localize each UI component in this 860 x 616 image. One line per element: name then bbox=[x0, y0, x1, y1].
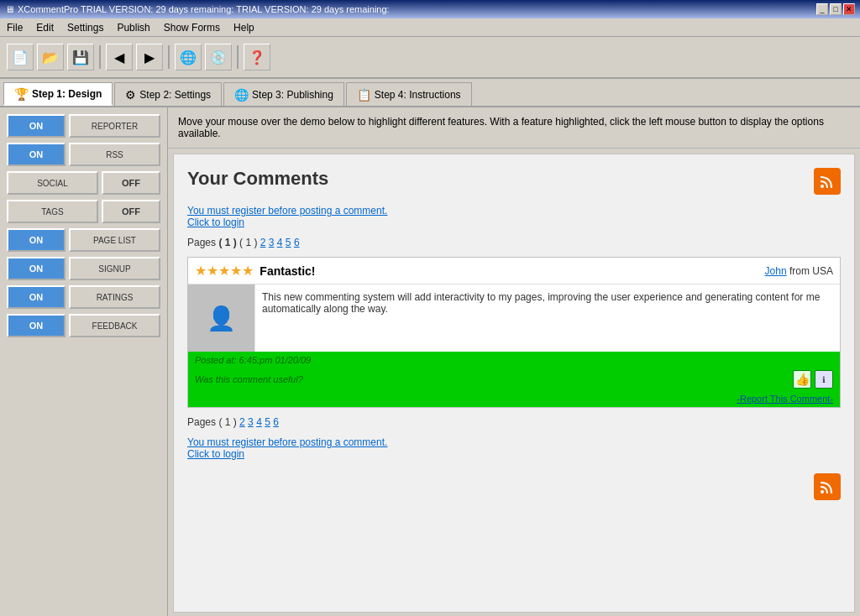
register-link-top[interactable]: You must register before posting a comme… bbox=[187, 205, 841, 217]
sidebar-row-tags: TAGS OFF bbox=[7, 200, 160, 223]
forward-button[interactable]: ▶ bbox=[136, 44, 163, 70]
menu-bar: File Edit Settings Publish Show Forms He… bbox=[0, 18, 860, 37]
thumb-buttons: 👍 ℹ bbox=[793, 370, 833, 389]
sidebar-row-feedback: ON FEEDBACK bbox=[7, 314, 160, 337]
sidebar-row-rss: ON RSS bbox=[7, 143, 160, 166]
page-5-bottom[interactable]: 5 bbox=[265, 416, 270, 428]
page-4-bottom[interactable]: 4 bbox=[256, 416, 262, 428]
comment-block: ★★★★★ Fantastic! John from USA 👤 This ne… bbox=[187, 257, 841, 408]
report-link[interactable]: -Report This Comment- bbox=[188, 392, 840, 407]
tab-design[interactable]: 🏆 Step 1: Design bbox=[3, 82, 113, 106]
refresh-button[interactable]: 🌐 bbox=[175, 44, 202, 70]
tab-instructions[interactable]: 📋 Step 4: Instructions bbox=[346, 82, 472, 106]
pages-label-top: Pages bbox=[187, 237, 216, 248]
page-3-bottom[interactable]: 3 bbox=[248, 416, 254, 428]
info-button[interactable]: ℹ bbox=[815, 370, 833, 389]
pages-top: Pages ( 1 ) ( 1 ) 2 3 4 5 6 bbox=[187, 237, 841, 248]
comments-title: Your Comments bbox=[187, 168, 841, 190]
label-pagelist[interactable]: PAGE LIST bbox=[69, 228, 160, 252]
menu-edit[interactable]: Edit bbox=[33, 21, 57, 34]
minimize-button[interactable]: _ bbox=[816, 3, 828, 15]
toolbar-separator-2 bbox=[168, 45, 170, 69]
demo-panel[interactable]: Your Comments You must register before p… bbox=[173, 154, 855, 613]
page-6-top[interactable]: 6 bbox=[294, 237, 300, 248]
label-feedback[interactable]: FEEDBACK bbox=[69, 314, 160, 337]
demo-wrapper: Your Comments You must register before p… bbox=[168, 149, 860, 616]
comment-rating-title: ★★★★★ Fantastic! bbox=[195, 263, 315, 279]
label-social[interactable]: SOCIAL bbox=[7, 171, 98, 195]
toolbar-separator-1 bbox=[99, 45, 101, 69]
label-ratings[interactable]: RATINGS bbox=[69, 285, 160, 309]
tabs-bar: 🏆 Step 1: Design ⚙ Step 2: Settings 🌐 St… bbox=[0, 79, 860, 107]
title-bar-controls[interactable]: _ □ ✕ bbox=[816, 3, 855, 15]
toggle-rss[interactable]: ON bbox=[7, 143, 66, 166]
label-tags[interactable]: TAGS bbox=[7, 200, 98, 223]
open-button[interactable]: 📂 bbox=[37, 44, 64, 70]
page-2-top[interactable]: 2 bbox=[260, 237, 266, 248]
avatar-icon: 👤 bbox=[207, 305, 236, 332]
main-area: ON REPORTER ON RSS SOCIAL OFF TAGS OFF O… bbox=[0, 107, 860, 616]
instruction-text: Move your mouse over the demo below to h… bbox=[178, 116, 824, 139]
toggle-social[interactable]: OFF bbox=[102, 171, 160, 195]
menu-show-forms[interactable]: Show Forms bbox=[160, 21, 223, 34]
thumbs-up-button[interactable]: 👍 bbox=[793, 370, 811, 389]
stars: ★★★★★ bbox=[195, 264, 254, 278]
menu-settings[interactable]: Settings bbox=[64, 21, 107, 34]
sidebar-row-reporter: ON REPORTER bbox=[7, 114, 160, 138]
tab-settings[interactable]: ⚙ Step 2: Settings bbox=[114, 82, 222, 106]
label-rss[interactable]: RSS bbox=[69, 143, 160, 166]
tab-instructions-icon: 📋 bbox=[357, 88, 371, 102]
help-button[interactable]: ❓ bbox=[244, 44, 270, 70]
register-link-bottom[interactable]: You must register before posting a comme… bbox=[187, 436, 841, 448]
maximize-button[interactable]: □ bbox=[830, 3, 842, 15]
pages-current-bottom: ( 1 ) bbox=[218, 416, 236, 428]
useful-text: Was this comment useful? bbox=[195, 374, 303, 384]
tab-publishing-icon: 🌐 bbox=[234, 88, 249, 102]
toggle-reporter[interactable]: ON bbox=[7, 114, 66, 138]
page-2-bottom[interactable]: 2 bbox=[239, 416, 245, 428]
new-button[interactable]: 📄 bbox=[7, 44, 34, 70]
menu-help[interactable]: Help bbox=[230, 21, 258, 34]
svg-point-0 bbox=[821, 185, 824, 188]
back-button[interactable]: ◀ bbox=[106, 44, 133, 70]
rss-icon-bottom[interactable] bbox=[814, 473, 841, 500]
comment-author[interactable]: John bbox=[765, 265, 787, 277]
click-login-top[interactable]: Click to login bbox=[187, 217, 841, 228]
comment-useful-row: Was this comment useful? 👍 ℹ bbox=[188, 368, 840, 392]
comment-posted-at: Posted at: 6:45:pm 01/20/09 bbox=[188, 352, 840, 368]
click-login-bottom[interactable]: Click to login bbox=[187, 448, 841, 460]
menu-publish[interactable]: Publish bbox=[113, 21, 153, 34]
pages-current-num-top: ( 1 ) bbox=[239, 237, 257, 248]
toggle-feedback[interactable]: ON bbox=[7, 314, 66, 337]
comment-author-area: John from USA bbox=[765, 265, 833, 277]
title-bar: 🖥 XCommentPro TRIAL VERSION: 29 days rem… bbox=[0, 0, 860, 18]
page-6-bottom[interactable]: 6 bbox=[273, 416, 279, 428]
disk-button[interactable]: 💿 bbox=[205, 44, 232, 70]
comment-text: This new commenting system will add inte… bbox=[255, 285, 840, 352]
toolbar-separator-3 bbox=[237, 45, 239, 69]
tab-publishing[interactable]: 🌐 Step 3: Publishing bbox=[223, 82, 344, 106]
sidebar-row-social: SOCIAL OFF bbox=[7, 171, 160, 195]
page-5-top[interactable]: 5 bbox=[286, 237, 291, 248]
svg-point-1 bbox=[821, 490, 824, 493]
menu-file[interactable]: File bbox=[3, 21, 26, 34]
page-4-top[interactable]: 4 bbox=[277, 237, 283, 248]
label-signup[interactable]: SIGNUP bbox=[69, 257, 160, 280]
comment-body: 👤 This new commenting system will add in… bbox=[188, 284, 840, 352]
tab-design-label: Step 1: Design bbox=[32, 88, 102, 100]
toggle-pagelist[interactable]: ON bbox=[7, 228, 66, 252]
title-bar-text: 🖥 XCommentPro TRIAL VERSION: 29 days rem… bbox=[5, 4, 390, 14]
comment-from: from USA bbox=[789, 265, 833, 277]
avatar: 👤 bbox=[188, 285, 255, 352]
label-reporter[interactable]: REPORTER bbox=[69, 114, 160, 138]
close-button[interactable]: ✕ bbox=[843, 3, 855, 15]
toggle-signup[interactable]: ON bbox=[7, 257, 66, 280]
page-3-top[interactable]: 3 bbox=[269, 237, 275, 248]
toggle-ratings[interactable]: ON bbox=[7, 285, 66, 309]
sidebar-row-pagelist: ON PAGE LIST bbox=[7, 228, 160, 252]
tab-publishing-label: Step 3: Publishing bbox=[252, 89, 333, 101]
rss-icon-top[interactable] bbox=[814, 168, 841, 195]
toggle-tags[interactable]: OFF bbox=[102, 200, 160, 223]
save-button[interactable]: 💾 bbox=[67, 44, 94, 70]
pages-current-top: ( 1 ) bbox=[218, 237, 236, 248]
